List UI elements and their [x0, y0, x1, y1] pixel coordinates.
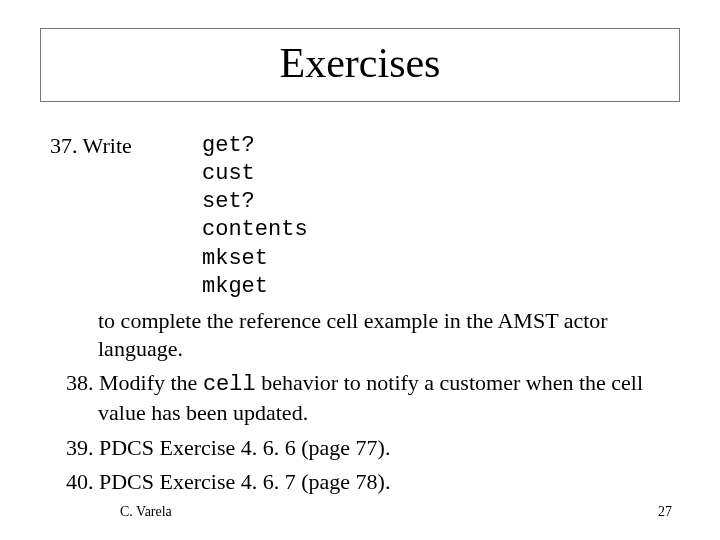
exercise-39: 39. PDCS Exercise 4. 6. 6 (page 77). [50, 434, 670, 462]
code-line: set? [202, 189, 255, 214]
code-line: get? [202, 133, 255, 158]
exercise-37-tail: to complete the reference cell example i… [50, 307, 670, 363]
exercise-37-code: get? cust set? contents mkset mkget [202, 132, 308, 301]
exercise-37: 37. Write get? cust set? contents mkset … [50, 132, 670, 301]
code-line: cust [202, 161, 255, 186]
content: 37. Write get? cust set? contents mkset … [40, 132, 680, 496]
exercise-38: 38. Modify the cell behavior to notify a… [50, 369, 670, 427]
exercise-37-prompt: 37. Write [50, 132, 202, 160]
exercise-40: 40. PDCS Exercise 4. 6. 7 (page 78). [50, 468, 670, 496]
code-line: mkset [202, 246, 268, 271]
exercise-38-mono: cell [203, 372, 256, 397]
title-box: Exercises [40, 28, 680, 102]
page-title: Exercises [41, 39, 679, 87]
code-line: mkget [202, 274, 268, 299]
exercise-38-pre: 38. Modify the [66, 370, 203, 395]
slide: Exercises 37. Write get? cust set? conte… [0, 0, 720, 540]
code-line: contents [202, 217, 308, 242]
page-number: 27 [658, 504, 672, 520]
footer-author: C. Varela [120, 504, 172, 520]
